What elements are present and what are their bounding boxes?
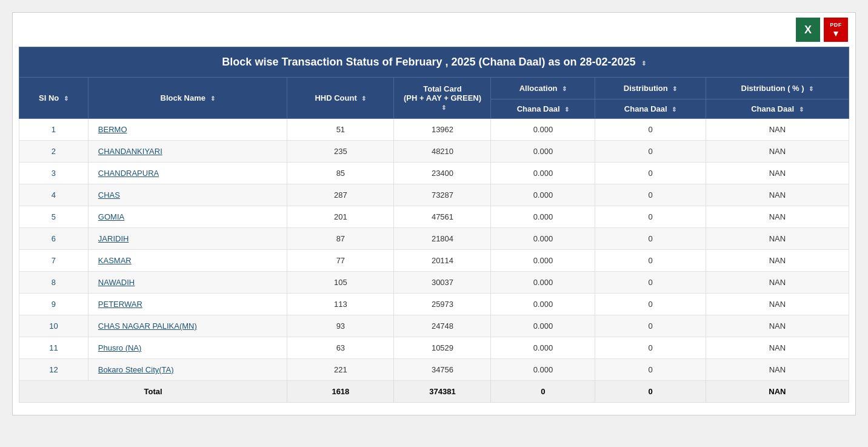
cell-totalcard: 34756: [394, 359, 491, 381]
cell-hhd: 235: [287, 141, 394, 163]
block-name-link[interactable]: Bokaro Steel City(TA): [98, 365, 174, 374]
sub-col-allocation[interactable]: Chana Daal ⇕: [491, 99, 595, 119]
table-row: 5 GOMIA 201 47561 0.000 0 NAN: [19, 206, 849, 228]
sort-allocation-icon[interactable]: ⇕: [562, 86, 567, 92]
sort-sub-distpct-icon[interactable]: ⇕: [799, 106, 804, 113]
cell-slno: 10: [19, 315, 88, 337]
cell-allocation: 0.000: [491, 206, 595, 228]
block-name-link[interactable]: PETERWAR: [98, 300, 142, 309]
sort-sub-alloc-icon[interactable]: ⇕: [564, 106, 569, 113]
cell-blockname[interactable]: CHAS: [88, 184, 287, 206]
cell-allocation: 0.000: [491, 294, 595, 315]
cell-hhd: 87: [287, 228, 394, 250]
table-row: 8 NAWADIH 105 30037 0.000 0 NAN: [19, 272, 849, 294]
cell-dist-pct: NAN: [706, 206, 849, 228]
cell-slno: 3: [19, 163, 88, 184]
cell-allocation: 0.000: [491, 228, 595, 250]
cell-dist-pct: NAN: [706, 250, 849, 272]
cell-slno: 11: [19, 337, 88, 359]
table-title: Block wise Transaction Status of Februar…: [222, 56, 635, 68]
cell-distribution: 0: [595, 184, 706, 206]
cell-totalcard: 73287: [394, 184, 491, 206]
sort-sub-dist-icon[interactable]: ⇕: [672, 106, 676, 113]
cell-distribution: 0: [595, 315, 706, 337]
block-name-link[interactable]: CHAS NAGAR PALIKA(MN): [98, 321, 197, 331]
cell-totalcard: 48210: [394, 141, 491, 163]
cell-slno: 6: [19, 228, 88, 250]
table-footer: Total 1618 374381 0 0 NAN: [19, 381, 849, 403]
sort-distribution-icon[interactable]: ⇕: [672, 86, 677, 92]
cell-hhd: 85: [287, 163, 394, 184]
cell-blockname[interactable]: CHANDANKIYARI: [88, 141, 287, 163]
cell-blockname[interactable]: KASMAR: [88, 250, 287, 272]
cell-distribution: 0: [595, 206, 706, 228]
table-row: 4 CHAS 287 73287 0.000 0 NAN: [19, 184, 849, 206]
sort-arrow-title[interactable]: ⇕: [641, 60, 646, 67]
cell-distribution: 0: [595, 272, 706, 294]
cell-blockname[interactable]: PETERWAR: [88, 294, 287, 315]
block-name-link[interactable]: NAWADIH: [98, 278, 135, 287]
cell-totalcard: 24748: [394, 315, 491, 337]
col-distribution[interactable]: Distribution ⇕: [595, 78, 706, 99]
cell-blockname[interactable]: Bokaro Steel City(TA): [88, 359, 287, 381]
sort-blockname-icon[interactable]: ⇕: [210, 95, 215, 102]
cell-totalcard: 13962: [394, 119, 491, 141]
sort-hhdcount-icon[interactable]: ⇕: [361, 95, 366, 102]
block-name-link[interactable]: CHAS: [98, 190, 120, 200]
cell-dist-pct: NAN: [706, 163, 849, 184]
block-name-link[interactable]: Phusro (NA): [98, 343, 142, 352]
sub-col-distribution[interactable]: Chana Daal ⇕: [595, 99, 706, 119]
cell-blockname[interactable]: CHAS NAGAR PALIKA(MN): [88, 315, 287, 337]
main-container: X PDF ▼ Block wise Transaction Status of…: [12, 12, 856, 415]
block-name-link[interactable]: GOMIA: [98, 212, 124, 221]
sub-col-dist-pct[interactable]: Chana Daal ⇕: [706, 99, 849, 119]
col-totalcard[interactable]: Total Card(PH + AAY + GREEN) ⇕: [394, 78, 491, 119]
cell-blockname[interactable]: Phusro (NA): [88, 337, 287, 359]
table-body: 1 BERMO 51 13962 0.000 0 NAN 2 CHANDANKI…: [19, 119, 849, 381]
table-row: 11 Phusro (NA) 63 10529 0.000 0 NAN: [19, 337, 849, 359]
col-hhdcount[interactable]: HHD Count ⇕: [287, 78, 394, 119]
cell-hhd: 287: [287, 184, 394, 206]
col-slno[interactable]: SI No ⇕: [19, 78, 88, 119]
footer-dist-pct: NAN: [706, 381, 849, 403]
cell-slno: 2: [19, 141, 88, 163]
cell-distribution: 0: [595, 250, 706, 272]
footer-distribution: 0: [595, 381, 706, 403]
table-row: 12 Bokaro Steel City(TA) 221 34756 0.000…: [19, 359, 849, 381]
cell-blockname[interactable]: BERMO: [88, 119, 287, 141]
block-name-link[interactable]: BERMO: [98, 125, 127, 134]
cell-distribution: 0: [595, 163, 706, 184]
cell-hhd: 63: [287, 337, 394, 359]
col-blockname[interactable]: Block Name ⇕: [88, 78, 287, 119]
cell-allocation: 0.000: [491, 359, 595, 381]
cell-dist-pct: NAN: [706, 359, 849, 381]
cell-blockname[interactable]: JARIDIH: [88, 228, 287, 250]
cell-slno: 5: [19, 206, 88, 228]
cell-hhd: 93: [287, 315, 394, 337]
table-row: 7 KASMAR 77 20114 0.000 0 NAN: [19, 250, 849, 272]
table-row: 6 JARIDIH 87 21804 0.000 0 NAN: [19, 228, 849, 250]
sort-totalcard-icon[interactable]: ⇕: [441, 104, 446, 111]
cell-distribution: 0: [595, 228, 706, 250]
pdf-export-button[interactable]: PDF ▼: [824, 18, 848, 42]
block-name-link[interactable]: JARIDIH: [98, 234, 129, 243]
cell-blockname[interactable]: CHANDRAPURA: [88, 163, 287, 184]
cell-dist-pct: NAN: [706, 337, 849, 359]
cell-dist-pct: NAN: [706, 184, 849, 206]
table-wrapper: Block wise Transaction Status of Februar…: [13, 47, 855, 409]
cell-totalcard: 25973: [394, 294, 491, 315]
excel-export-button[interactable]: X: [796, 18, 820, 42]
block-name-link[interactable]: CHANDRAPURA: [98, 169, 159, 178]
cell-hhd: 221: [287, 359, 394, 381]
cell-totalcard: 30037: [394, 272, 491, 294]
block-name-link[interactable]: CHANDANKIYARI: [98, 147, 162, 156]
col-allocation[interactable]: Allocation ⇕: [491, 78, 595, 99]
block-name-link[interactable]: KASMAR: [98, 256, 132, 265]
cell-blockname[interactable]: NAWADIH: [88, 272, 287, 294]
cell-blockname[interactable]: GOMIA: [88, 206, 287, 228]
col-dist-pct[interactable]: Distribution ( % ) ⇕: [706, 78, 849, 99]
sort-slno-icon[interactable]: ⇕: [64, 95, 68, 102]
sort-distpct-icon[interactable]: ⇕: [809, 86, 813, 92]
cell-dist-pct: NAN: [706, 228, 849, 250]
cell-hhd: 77: [287, 250, 394, 272]
